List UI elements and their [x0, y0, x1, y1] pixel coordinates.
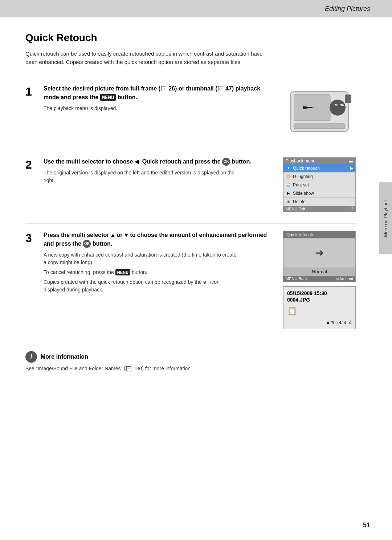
step-3-note-2: To cancel retouching, press the MENU but…: [44, 269, 240, 276]
printset-icon: 🖨: [286, 182, 291, 188]
file-mode-icons: ■ ⊞ □ 4/ 4 4: [326, 319, 352, 325]
quick-retouch-screen: Quick retouch ➜ Normal MENU Back ⊞ Amoun…: [283, 231, 356, 282]
step-3-number: 3: [25, 232, 44, 244]
step-3-image: Quick retouch ➜ Normal MENU Back ⊞ Amoun…: [283, 231, 356, 329]
playback-menu-item-delete[interactable]: 🗑 Delete: [283, 198, 355, 206]
page-title: Quick Retouch: [25, 32, 356, 44]
thumbnail-icon: ⊞: [336, 277, 339, 281]
step-2-sub: The original version is displayed on the…: [44, 169, 240, 184]
qr-header: Quick retouch: [283, 231, 355, 238]
file-counter: 4/ 4: [339, 320, 346, 325]
playback-menu-footer: MENU Exit ?: [283, 206, 355, 212]
playback-menu-item-printset[interactable]: 🖨 Print set: [283, 181, 355, 189]
file-num-icon: 4: [349, 319, 352, 325]
step-2-number: 2: [25, 159, 44, 170]
divider-2: [25, 150, 356, 150]
step-1-sub: The playback menu is displayed.: [44, 105, 240, 112]
delete-label: Delete: [293, 199, 306, 204]
ref-icon-47: □: [218, 86, 223, 91]
file-footer: ■ ⊞ □ 4/ 4 4: [287, 319, 352, 325]
menu-key-1: MENU: [100, 94, 116, 101]
playback-menu-header: Playback menu ▬: [283, 158, 355, 164]
menu-exit-label: MENU Exit: [286, 207, 305, 211]
divider-1: [25, 77, 356, 77]
menu-key-2: MENU: [115, 269, 130, 275]
page-number: 51: [363, 521, 370, 529]
step-2-content: Use the multi selector to choose ◀ Quick…: [44, 157, 283, 186]
step-3-note-1: A new copy with enhanced contrast and sa…: [44, 251, 240, 266]
mode-icon-3: □: [335, 320, 338, 325]
triangle-down-icon: [124, 234, 128, 237]
side-tab: More on Playback: [379, 182, 392, 254]
file-info-screen: 05/15/2009 15:30 0004.JPG 📋 ■ ⊞ □ 4/ 4 4: [283, 286, 356, 329]
ok-button-icon: OK: [222, 158, 230, 166]
ref-icon-130: □: [126, 366, 131, 371]
step-2: 2 Use the multi selector to choose ◀ Qui…: [25, 157, 356, 212]
intro-text: Quick retouch can be used to easily crea…: [25, 49, 272, 67]
svg-rect-5: [345, 95, 351, 103]
playback-menu-item-slideshow[interactable]: ▶ Slide show: [283, 189, 355, 198]
playback-menu-title: Playback menu: [286, 158, 315, 164]
side-tab-label: More on Playback: [383, 199, 388, 237]
triangle-up-icon: [111, 234, 115, 237]
quick-retouch-icon: ✦: [286, 165, 291, 171]
svg-rect-9: [294, 124, 345, 129]
help-icon: ?: [351, 207, 353, 211]
more-information-section: i More Information See "Image/Sound File…: [25, 351, 356, 371]
page: Editing Pictures More on Playback Quick …: [0, 0, 392, 540]
step-1-content: Select the desired picture from full-fra…: [44, 84, 283, 114]
playback-menu-icon: ▬: [349, 158, 353, 164]
more-info-header: i More Information: [25, 351, 356, 363]
quick-retouch-label: Quick retouch: [293, 166, 320, 171]
playback-menu-item-dlighting[interactable]: 🔆 D-Lighting: [283, 173, 355, 181]
playback-menu: Playback menu ▬ ✦ Quick retouch ▶ 🔆 D-Li…: [283, 157, 356, 212]
step-1-number: 1: [25, 86, 44, 97]
step-3-heading: Press the multi selector or to choose th…: [44, 231, 276, 248]
file-date: 05/15/2009 15:30: [287, 290, 352, 296]
more-info-title: More Information: [41, 354, 88, 360]
header-title: Editing Pictures: [325, 5, 370, 13]
camera-illustration: MENU: [283, 84, 356, 139]
step-1-heading: Select the desired picture from full-fra…: [44, 84, 276, 102]
header-bar: Editing Pictures: [0, 0, 392, 17]
qr-amount-label: ⊞ Amount: [336, 277, 353, 281]
slideshow-icon: ▶: [286, 190, 291, 196]
delete-icon: 🗑: [286, 199, 291, 205]
step-1: 1 Select the desired picture from full-f…: [25, 84, 356, 139]
dlighting-label: D-Lighting: [293, 174, 313, 179]
ref-icon-26: □: [161, 86, 166, 91]
divider-3: [25, 223, 356, 223]
dlighting-icon: 🔆: [286, 174, 291, 180]
arrow-right-icon: ▶: [350, 166, 353, 171]
printset-label: Print set: [293, 182, 309, 188]
step-3-note-3: Copies created with the quick retouch op…: [44, 278, 240, 294]
step-2-image: Playback menu ▬ ✦ Quick retouch ▶ 🔆 D-Li…: [283, 157, 356, 212]
file-name: 0004.JPG: [287, 297, 352, 303]
qr-back-label: MENU Back: [286, 277, 307, 281]
file-icon: 📋: [287, 306, 352, 316]
mode-icon-2: ⊞: [330, 320, 334, 325]
playback-menu-item-quick-retouch[interactable]: ✦ Quick retouch ▶: [283, 164, 355, 173]
slideshow-label: Slide show: [293, 191, 314, 196]
svg-point-3: [330, 100, 346, 116]
qr-normal-label: Normal: [283, 267, 355, 276]
qr-footer: MENU Back ⊞ Amount: [283, 276, 355, 282]
step-2-heading: Use the multi selector to choose ◀ Quick…: [44, 157, 276, 166]
svg-text:MENU: MENU: [335, 103, 344, 107]
more-info-text: See "Image/Sound File and Folder Names" …: [25, 366, 356, 371]
more-info-icon: i: [25, 351, 37, 363]
step-3-content: Press the multi selector or to choose th…: [44, 231, 283, 296]
main-content: Quick Retouch Quick retouch can be used …: [0, 17, 381, 386]
ok-button-icon-2: OK: [83, 240, 91, 248]
qr-body: ➜: [283, 238, 355, 267]
step-3: 3 Press the multi selector or to choose …: [25, 231, 356, 329]
step-1-image: MENU: [283, 84, 356, 139]
mode-icon-1: ■: [326, 320, 329, 325]
qr-arrow-icon: ➜: [315, 247, 324, 259]
